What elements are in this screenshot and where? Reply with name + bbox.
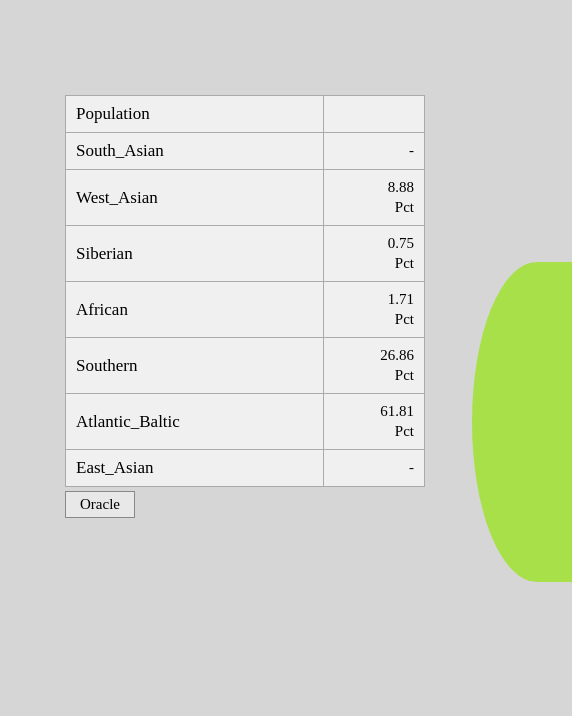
- row-label-siberian: Siberian: [66, 226, 324, 282]
- row-value-west-asian: 8.88Pct: [324, 170, 425, 226]
- row-value-east-asian: -: [324, 450, 425, 487]
- table-row: Atlantic_Baltic 61.81Pct: [66, 394, 425, 450]
- row-label-atlantic-baltic: Atlantic_Baltic: [66, 394, 324, 450]
- main-container: Population South_Asian - West_Asian 8.88…: [65, 95, 425, 518]
- table-row: Southern 26.86Pct: [66, 338, 425, 394]
- header-label: Population: [66, 96, 324, 133]
- row-value-atlantic-baltic: 61.81Pct: [324, 394, 425, 450]
- table-row: South_Asian -: [66, 133, 425, 170]
- table-row: East_Asian -: [66, 450, 425, 487]
- row-label-southern: Southern: [66, 338, 324, 394]
- table-row: West_Asian 8.88Pct: [66, 170, 425, 226]
- row-label-west-asian: West_Asian: [66, 170, 324, 226]
- oracle-button[interactable]: Oracle: [65, 491, 135, 518]
- row-label-east-asian: East_Asian: [66, 450, 324, 487]
- row-value-southern: 26.86Pct: [324, 338, 425, 394]
- decorative-blob: [472, 262, 572, 582]
- population-table: Population South_Asian - West_Asian 8.88…: [65, 95, 425, 487]
- row-value-african: 1.71Pct: [324, 282, 425, 338]
- table-header-row: Population: [66, 96, 425, 133]
- row-value-south-asian: -: [324, 133, 425, 170]
- table-row: African 1.71Pct: [66, 282, 425, 338]
- row-label-african: African: [66, 282, 324, 338]
- row-value-siberian: 0.75Pct: [324, 226, 425, 282]
- header-value: [324, 96, 425, 133]
- row-label-south-asian: South_Asian: [66, 133, 324, 170]
- table-row: Siberian 0.75Pct: [66, 226, 425, 282]
